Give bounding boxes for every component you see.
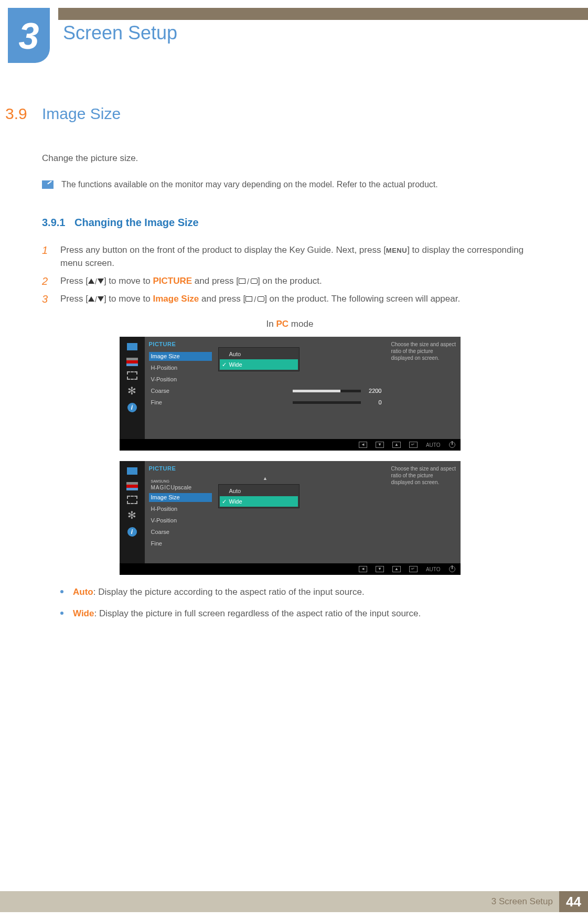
subsection-title: 3.9.1 Changing the Image Size: [42, 215, 538, 230]
bullet-text: : Display the picture according to the a…: [93, 587, 365, 597]
power-icon: [449, 442, 455, 448]
osd-popup: Auto Wide: [218, 347, 300, 371]
up-down-arrow-icon: /: [88, 278, 104, 284]
info-icon: [125, 402, 139, 413]
color-bars-icon: [126, 482, 138, 490]
step-2: 2 Press [/] to move to PICTURE and press…: [42, 274, 538, 288]
osd-label: V-Position: [149, 375, 212, 384]
step-text: and press [: [192, 276, 239, 286]
osd-item-vposition: V-Position: [149, 374, 382, 386]
osd-menu-2: PICTURE ▲ SAMSUNG MAGICUpscale Image Siz…: [120, 461, 461, 575]
osd-item-vposition: V-Position: [149, 515, 382, 527]
menu-key-label: MENU: [386, 247, 407, 254]
monitor-icon: [125, 465, 139, 477]
osd-option-wide: Wide: [220, 359, 298, 370]
gear-icon: [125, 385, 139, 397]
bullet-dot-icon: [60, 612, 63, 615]
note-block: The functions available on the monitor m…: [42, 178, 538, 191]
caption-text: mode: [288, 319, 313, 329]
upscale-text: Upscale: [170, 484, 191, 490]
nav-enter-icon: ↵: [409, 566, 418, 572]
keyword-auto: Auto: [73, 587, 93, 597]
subsection-name: Changing the Image Size: [74, 217, 199, 228]
step-text: Press [: [60, 294, 88, 304]
resize-icon: [127, 371, 137, 380]
step-number: 3: [42, 292, 60, 306]
step-text: Press [: [60, 276, 88, 286]
bullet-wide: Wide: Display the picture in full screen…: [60, 607, 538, 621]
osd-item-coarse: Coarse: [149, 527, 382, 538]
bullet-text: : Display the picture in full screen reg…: [94, 608, 421, 618]
section-number: 3.9: [5, 105, 42, 123]
note-icon: [42, 180, 54, 189]
header-bar: [58, 8, 588, 20]
step-text: and press [: [199, 294, 245, 304]
scroll-up-caret-icon: ▲: [149, 475, 382, 480]
nav-left-icon: ◄: [359, 566, 367, 572]
nav-up-icon: ▲: [392, 442, 401, 448]
bullet-list: Auto: Display the picture according to t…: [60, 585, 538, 620]
step-list: 1 Press any button on the front of the p…: [42, 243, 538, 306]
monitor-icon: [125, 341, 139, 352]
bullet-dot-icon: [60, 590, 63, 593]
power-icon: [449, 566, 455, 572]
nav-left-icon: ◄: [359, 442, 367, 448]
osd-footer: ◄ ▼ ▲ ↵ AUTO: [120, 439, 461, 451]
magic-text: MAGIC: [151, 485, 171, 490]
step-number: 1: [42, 243, 60, 270]
osd-label: V-Position: [149, 516, 212, 525]
osd-item-fine: Fine 0: [149, 397, 382, 409]
step-text: ] on the product.: [258, 276, 322, 286]
osd-option-auto: Auto: [220, 486, 298, 496]
note-text: The functions available on the monitor m…: [61, 178, 438, 191]
nav-up-icon: ▲: [392, 566, 401, 572]
intro-text: Change the picture size.: [42, 152, 538, 165]
source-enter-icon: /: [239, 278, 258, 284]
footer-chapter-label: 3 Screen Setup: [491, 896, 553, 907]
step-text: Press any button on the front of the pro…: [60, 245, 386, 255]
caption-text: In: [266, 319, 276, 329]
keyword-wide: Wide: [73, 608, 94, 618]
keyword-pc: PC: [276, 319, 289, 329]
brand-text: SAMSUNG: [151, 480, 212, 483]
color-bars-icon: [126, 358, 138, 366]
osd-value-coarse: 2200: [364, 387, 382, 395]
osd-main-panel: PICTURE Image Size H-Position V-Position…: [145, 337, 387, 439]
osd-description: Choose the size and aspect ratio of the …: [387, 461, 461, 563]
section-title: Image Size: [42, 105, 121, 123]
osd-auto-label: AUTO: [426, 441, 441, 449]
osd-label: Coarse: [149, 387, 212, 395]
step-text: ] on the product. The following screen w…: [264, 294, 460, 304]
keyword-image-size: Image Size: [153, 294, 199, 304]
osd-main-panel: PICTURE ▲ SAMSUNG MAGICUpscale Image Siz…: [145, 461, 387, 563]
osd-label: Image Size: [149, 493, 212, 502]
gear-icon: [125, 509, 139, 521]
subsection-number: 3.9.1: [42, 217, 65, 228]
osd-item-coarse: Coarse 2200: [149, 386, 382, 397]
chapter-title: Screen Setup: [63, 22, 177, 44]
step-text: ] to move to: [104, 276, 153, 286]
nav-down-icon: ▼: [376, 442, 384, 448]
chapter-number-badge: 3: [8, 8, 50, 63]
osd-description: Choose the size and aspect ratio of the …: [387, 337, 461, 439]
nav-enter-icon: ↵: [409, 442, 418, 448]
footer-page-number: 44: [559, 891, 588, 912]
resize-icon: [127, 496, 137, 504]
osd-label: H-Position: [149, 363, 212, 372]
source-enter-icon: /: [245, 296, 264, 302]
step-1: 1 Press any button on the front of the p…: [42, 243, 538, 270]
osd-sidebar: [120, 337, 145, 439]
osd-footer: ◄ ▼ ▲ ↵ AUTO: [120, 563, 461, 575]
osd-popup: Auto Wide: [218, 484, 300, 508]
mode-caption: In PC mode: [42, 317, 538, 331]
osd-label: Fine: [149, 398, 212, 407]
osd-menu-1: PICTURE Image Size H-Position V-Position…: [120, 337, 461, 451]
osd-option-auto: Auto: [220, 349, 298, 359]
content-area: 3.9 Image Size Change the picture size. …: [5, 105, 538, 628]
osd-auto-label: AUTO: [426, 565, 441, 573]
step-number: 2: [42, 274, 60, 288]
osd-label: H-Position: [149, 505, 212, 514]
osd-sidebar: [120, 461, 145, 563]
up-down-arrow-icon: /: [88, 296, 104, 302]
page-footer: 3 Screen Setup 44: [0, 891, 588, 912]
